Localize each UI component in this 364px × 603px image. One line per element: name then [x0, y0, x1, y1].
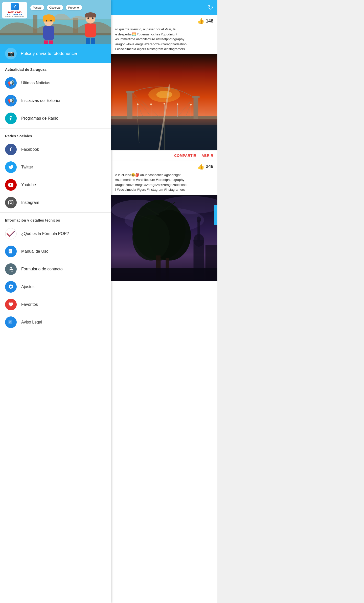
svg-rect-33: [194, 96, 198, 119]
logo-name-line1: ZARAGOZA: [8, 11, 22, 13]
open-button-1[interactable]: ABRIR: [201, 154, 213, 158]
svg-rect-64: [197, 220, 200, 242]
menu-item-aviso-legal[interactable]: Aviso Legal: [0, 313, 111, 331]
post-card-2: 👍 246 e la ciudad😄🎒 #buenasnoches #goodn…: [111, 161, 217, 281]
svg-point-41: [137, 103, 139, 105]
menu-item-formulario-contacto[interactable]: Formulario de contacto: [0, 260, 111, 278]
settings-icon: [5, 281, 17, 293]
svg-rect-7: [9, 200, 13, 205]
legal-icon: [5, 316, 17, 328]
content-header: ↻: [111, 0, 217, 15]
twitter-icon: [5, 161, 17, 173]
label-formulario-contacto: Formulario de contacto: [21, 267, 63, 271]
post-likes-1: 👍 148: [111, 15, 217, 26]
svg-rect-16: [9, 250, 12, 250]
post-likes-2: 👍 246: [111, 161, 217, 171]
svg-point-28: [156, 91, 172, 98]
manual-icon: [5, 246, 17, 257]
svg-point-45: [164, 103, 165, 104]
accent-bar: [214, 205, 217, 225]
camera-icon: 📷: [5, 48, 17, 59]
svg-point-9: [12, 201, 12, 202]
svg-point-59: [132, 215, 170, 261]
logo-name-line2: CIUDADANA: [7, 13, 22, 16]
svg-point-49: [190, 104, 192, 105]
divider-1: [0, 128, 111, 128]
menu-item-favoritos[interactable]: Favoritos: [0, 296, 111, 313]
label-que-es: ¿Qué es la Fórmula POP?: [21, 231, 69, 236]
microphone-icon: 🎙: [5, 113, 17, 124]
post-text-2: e la ciudad😄🎒 #buenasnoches #goodnight #…: [111, 171, 217, 195]
formula-pop-icon: [5, 228, 17, 240]
label-instagram: Instagram: [21, 200, 39, 205]
like-thumb-icon-2: 👍: [197, 163, 204, 170]
menu-item-que-es[interactable]: ¿Qué es la Fórmula POP?: [0, 225, 111, 243]
content-panel: ↻ 👍 148 ro guarda silencio, al pasar por…: [111, 0, 217, 603]
menu-item-ajustes[interactable]: Ajustes: [0, 278, 111, 296]
menu-item-youtube[interactable]: Youtube: [0, 176, 111, 194]
divider-2: [0, 212, 111, 213]
menu-item-manual-uso[interactable]: Manual de Uso: [0, 243, 111, 260]
post-text-1: ro guarda silencio, al pasar por el Pila…: [111, 26, 217, 54]
character-boy: [82, 11, 99, 44]
svg-point-17: [10, 267, 12, 269]
menu-item-programas-radio[interactable]: 🎙 Programas de Radio: [0, 110, 111, 127]
post-actions-1: COMPARTIR ABRIR: [111, 150, 217, 161]
like-count-2: 246: [206, 164, 213, 169]
section-header-info: Información y detalles técnicos: [0, 214, 111, 225]
refresh-icon[interactable]: ↻: [208, 4, 213, 12]
like-count-1: 148: [206, 18, 213, 24]
label-favoritos: Favoritos: [21, 302, 38, 307]
svg-point-47: [177, 103, 178, 105]
post-image-1: [111, 54, 217, 150]
sidebar-banner: ✓ ZARAGOZA CIUDADANA Practica la Fórmula…: [0, 0, 111, 44]
logo-slogan: Practica la Fórmula POP!: [5, 16, 24, 17]
label-iniciativas-exterior: Iniciativas del Exterior: [21, 98, 61, 103]
character-girl: [40, 11, 58, 44]
facebook-icon: f: [5, 144, 17, 155]
svg-rect-21: [9, 320, 12, 324]
app-logo: ✓ ZARAGOZA CIUDADANA Practica la Fórmula…: [2, 2, 27, 18]
youtube-icon: [5, 179, 17, 191]
svg-rect-67: [111, 268, 217, 281]
menu-item-iniciativas-exterior[interactable]: 📢 Iniciativas del Exterior: [0, 92, 111, 110]
megaphone-icon-2: 📢: [5, 95, 17, 106]
contact-icon: [5, 263, 17, 275]
label-ultimas-noticias: Últimas Noticias: [21, 81, 50, 85]
section-header-actualidad: Actualidad de Zaragoza: [0, 63, 111, 74]
svg-rect-31: [127, 91, 132, 119]
banner-characters: [28, 4, 111, 44]
logo-check-icon: ✓: [11, 3, 19, 10]
post-card-1: 👍 148 ro guarda silencio, al pasar por e…: [111, 15, 217, 161]
photo-denuncia-button[interactable]: 📷 Pulsa y envía tu fotodenuncia: [0, 44, 111, 63]
section-header-redes: Redes Sociales: [0, 130, 111, 141]
label-ajustes: Ajustes: [21, 285, 34, 289]
menu-item-instagram[interactable]: Instagram: [0, 194, 111, 211]
menu-item-twitter[interactable]: Twitter: [0, 158, 111, 176]
label-facebook: Facebook: [21, 147, 39, 152]
like-thumb-icon-1: 👍: [197, 18, 204, 24]
label-manual-uso: Manual de Uso: [21, 249, 49, 254]
label-programas-radio: Programas de Radio: [21, 116, 58, 121]
svg-point-65: [197, 217, 201, 223]
label-youtube: Youtube: [21, 183, 36, 187]
label-twitter: Twitter: [21, 165, 33, 169]
menu-item-ultimas-noticias[interactable]: 📢 Últimas Noticias: [0, 74, 111, 92]
sidebar: ✓ ZARAGOZA CIUDADANA Practica la Fórmula…: [0, 0, 111, 603]
post-image-2: [111, 195, 217, 281]
label-aviso-legal: Aviso Legal: [21, 320, 42, 325]
heart-icon: [5, 299, 17, 310]
share-button-1[interactable]: COMPARTIR: [174, 154, 196, 158]
instagram-icon: [5, 197, 17, 208]
megaphone-icon-1: 📢: [5, 77, 17, 89]
photo-denuncia-label: Pulsa y envía tu fotodenuncia: [21, 51, 77, 56]
svg-point-8: [10, 202, 12, 203]
svg-point-43: [150, 103, 152, 105]
menu-item-facebook[interactable]: f Facebook: [0, 141, 111, 158]
